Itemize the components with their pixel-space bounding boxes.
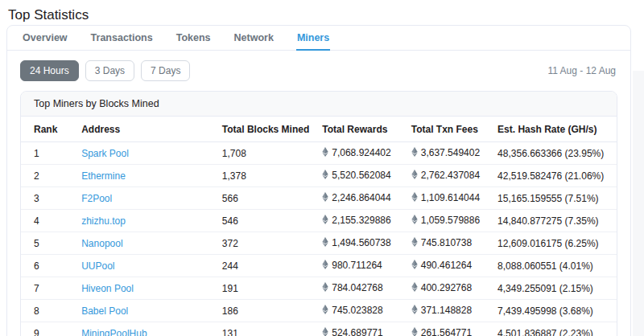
rank-cell: 2 [21,165,75,187]
total-rewards-value: 2,246.864044 [332,192,390,203]
total-rewards-value: 745.023828 [332,305,382,316]
col-header-total-txn-fees: Total Txn Fees [405,117,491,142]
total-blocks-cell: 131 [216,322,316,336]
ethereum-icon [322,260,328,272]
ethereum-icon [411,147,418,159]
miner-address-link[interactable]: Hiveon Pool [81,283,134,294]
miner-address-link[interactable]: Ethermine [81,170,126,182]
rank-cell: 6 [21,255,75,277]
ethereum-icon [322,327,328,336]
total-blocks-cell: 191 [216,277,316,300]
address-cell: zhizhu.top [75,210,216,232]
hash-rate-cell: 7,439.495998 (3.68%) [491,300,617,322]
total-rewards-cell: 2,155.329886 [316,210,404,232]
total-blocks-cell: 566 [216,187,316,210]
total-rewards-value: 5,520.562084 [332,170,390,181]
tab-transactions[interactable]: Transactions [90,26,154,51]
total-txn-fees-cell: 745.810738 [405,232,491,255]
total-blocks-cell: 1,378 [216,165,316,187]
miner-address-link[interactable]: Nanopool [81,238,122,249]
total-txn-fees-cell: 371.148828 [405,300,491,322]
miner-address-link[interactable]: F2Pool [81,193,112,204]
total-rewards-value: 2,155.329886 [332,215,390,226]
top-miners-card: Top Miners by Blocks Mined Rank Address … [20,91,617,336]
total-blocks-cell: 546 [216,210,316,232]
rank-cell: 7 [21,277,75,300]
col-header-total-rewards: Total Rewards [316,117,404,142]
address-cell: F2Pool [75,187,216,210]
table-row: 8 Babel Pool 186 745.023828 [21,300,617,322]
ethereum-icon [411,305,418,317]
ethereum-icon [322,147,328,159]
tab-bar: Overview Transactions Tokens Network Min… [7,26,630,51]
ethereum-icon [322,282,328,294]
ethereum-icon [322,192,328,204]
page-gutter [633,71,644,336]
total-txn-fees-cell: 1,109.614044 [405,187,491,210]
total-txn-fees-value: 490.461264 [421,260,472,271]
tab-tokens[interactable]: Tokens [175,26,212,51]
ethereum-icon [322,170,328,182]
tab-miners[interactable]: Miners [296,26,330,51]
address-cell: Babel Pool [75,300,216,322]
total-txn-fees-value: 400.292768 [421,282,472,293]
total-rewards-value: 980.711264 [332,260,382,271]
total-txn-fees-cell: 1,059.579886 [405,210,491,232]
total-rewards-cell: 980.711264 [316,255,404,277]
rank-cell: 8 [21,300,75,322]
address-cell: Hiveon Pool [75,277,216,300]
col-header-total-blocks-mined: Total Blocks Mined [216,117,316,142]
ethereum-icon [322,237,328,249]
miner-address-link[interactable]: Spark Pool [81,148,129,159]
rank-cell: 3 [21,187,75,210]
col-header-rank: Rank [21,117,75,142]
total-rewards-cell: 524.689771 [316,322,404,336]
hash-rate-cell: 42,519.582476 (21.06%) [491,165,617,187]
filter-3-days-button[interactable]: 3 Days [85,60,134,81]
address-cell: Ethermine [75,165,216,187]
ethereum-icon [411,192,418,204]
total-blocks-cell: 1,708 [216,142,316,165]
table-row: 4 zhizhu.top 546 2,155.329886 [21,210,617,232]
address-cell: Nanopool [75,232,216,255]
table-row: 5 Nanopool 372 1,494.560738 [21,232,617,255]
address-cell: UUPool [75,255,216,277]
total-txn-fees-value: 1,109.614044 [421,192,480,203]
total-rewards-cell: 784.042768 [316,277,404,300]
table-row: 9 MiningPoolHub 131 524.689771 [21,322,617,336]
table-row: 1 Spark Pool 1,708 7,068.924402 [21,142,617,165]
miners-table: Rank Address Total Blocks Mined Total Re… [21,117,617,336]
ethereum-icon [411,260,418,272]
total-rewards-value: 7,068.924402 [332,147,390,158]
ethereum-icon [411,237,418,249]
filter-24-hours-button[interactable]: 24 Hours [20,60,79,81]
ethereum-icon [411,327,418,336]
hash-rate-cell: 14,840.877275 (7.35%) [491,210,617,232]
total-txn-fees-value: 2,762.437084 [421,170,480,181]
total-blocks-cell: 244 [216,255,316,277]
miner-address-link[interactable]: zhizhu.top [81,215,126,227]
rank-cell: 4 [21,210,75,232]
hash-rate-cell: 8,088.060551 (4.01%) [491,255,617,277]
total-rewards-value: 784.042768 [332,282,382,293]
total-rewards-value: 1,494.560738 [332,237,390,248]
filter-7-days-button[interactable]: 7 Days [141,60,190,81]
table-header-row: Rank Address Total Blocks Mined Total Re… [21,117,617,142]
total-rewards-cell: 5,520.562084 [316,165,404,187]
total-txn-fees-value: 1,059.579886 [421,215,480,226]
total-txn-fees-value: 3,637.549402 [421,147,480,158]
miner-address-link[interactable]: MiningPoolHub [81,328,147,336]
hash-rate-cell: 48,356.663366 (23.95%) [491,142,617,165]
rank-cell: 1 [21,142,75,165]
top-miners-card-title: Top Miners by Blocks Mined [21,92,617,117]
ethereum-icon [322,305,328,317]
tab-network[interactable]: Network [233,26,275,51]
total-txn-fees-cell: 3,637.549402 [405,142,491,165]
hash-rate-cell: 4,349.255091 (2.15%) [491,277,617,300]
miner-address-link[interactable]: UUPool [81,260,114,272]
hash-rate-cell: 4,501.836887 (2.23%) [491,322,617,336]
tab-overview[interactable]: Overview [22,26,68,51]
ethereum-icon [411,215,418,227]
miner-address-link[interactable]: Babel Pool [81,305,128,317]
total-txn-fees-cell: 2,762.437084 [405,165,491,187]
